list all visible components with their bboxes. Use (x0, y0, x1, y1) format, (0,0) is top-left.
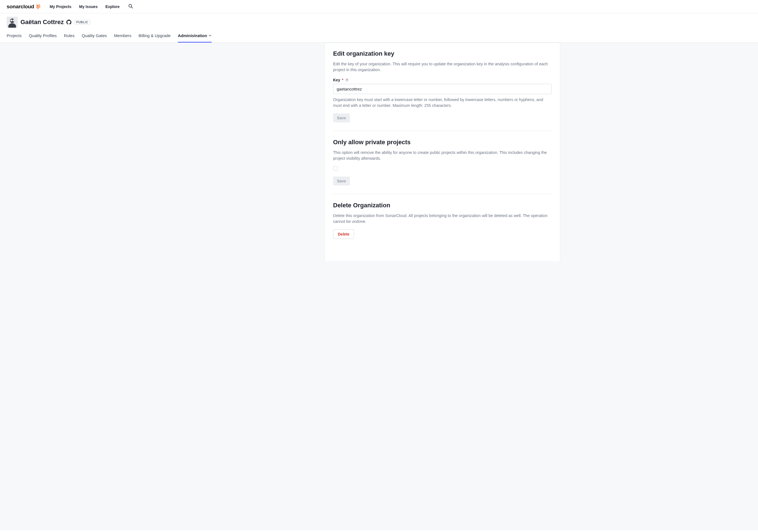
private-title: Only allow private projects (333, 139, 552, 146)
section-private-projects: Only allow private projects This option … (333, 131, 552, 194)
key-input[interactable] (333, 84, 552, 94)
nav-explore[interactable]: Explore (105, 4, 120, 9)
save-key-button[interactable]: Save (333, 114, 350, 122)
settings-panel: Edit organization key Edit the key of yo… (325, 43, 560, 261)
delete-title: Delete Organization (333, 202, 552, 209)
section-edit-key: Edit organization key Edit the key of yo… (333, 43, 552, 131)
search-button[interactable] (127, 3, 134, 11)
search-icon (128, 4, 133, 9)
org-tabs: Projects Quality Profiles Rules Quality … (7, 30, 751, 42)
tab-rules[interactable]: Rules (64, 30, 74, 43)
edit-key-desc: Edit the key of your organization. This … (333, 61, 552, 73)
org-name: Gaëtan Cottrez (20, 18, 64, 26)
svg-point-0 (37, 4, 38, 6)
chevron-down-icon (209, 34, 212, 37)
delete-desc: Delete this organization from SonarCloud… (333, 213, 552, 225)
topnav: My Projects My Issues Explore (50, 3, 134, 11)
key-field-label: Key * ? (333, 78, 552, 82)
topbar: sonarcloud My Projects My Issues Explore (0, 0, 758, 13)
logo[interactable]: sonarcloud (7, 4, 42, 10)
svg-line-2 (131, 7, 132, 8)
visibility-badge: PUBLIC (74, 20, 90, 24)
required-indicator: * (342, 78, 343, 82)
tab-quality-gates[interactable]: Quality Gates (82, 30, 107, 43)
key-hint: Organization key must start with a lower… (333, 97, 552, 109)
content-wrap: Edit organization key Edit the key of yo… (0, 43, 758, 530)
section-delete-org: Delete Organization Delete this organiza… (333, 194, 552, 247)
tab-quality-profiles[interactable]: Quality Profiles (29, 30, 57, 43)
key-label-text: Key (333, 78, 340, 82)
svg-point-6 (11, 20, 13, 21)
tab-billing[interactable]: Billing & Upgrade (139, 30, 171, 43)
svg-point-7 (13, 20, 15, 21)
delete-button[interactable]: Delete (333, 230, 354, 239)
tab-members[interactable]: Members (114, 30, 131, 43)
side-spacer (198, 43, 325, 261)
private-desc: This option will remove the ability for … (333, 150, 552, 161)
avatar (7, 17, 18, 28)
help-icon[interactable]: ? (345, 78, 349, 82)
tab-administration-label: Administration (178, 33, 207, 38)
save-private-button[interactable]: Save (333, 177, 350, 186)
tab-projects[interactable]: Projects (7, 30, 21, 43)
tab-administration[interactable]: Administration (178, 30, 212, 43)
private-checkbox[interactable] (333, 166, 337, 171)
logo-text: sonarcloud (7, 4, 34, 10)
nav-my-issues[interactable]: My Issues (79, 4, 98, 9)
edit-key-title: Edit organization key (333, 50, 552, 57)
nav-my-projects[interactable]: My Projects (50, 4, 71, 9)
org-header: Gaëtan Cottrez PUBLIC (7, 17, 751, 28)
org-bar: Gaëtan Cottrez PUBLIC Projects Quality P… (0, 13, 758, 43)
svg-point-1 (129, 4, 132, 7)
content: Edit organization key Edit the key of yo… (198, 43, 560, 261)
github-icon (66, 20, 71, 25)
sonarcloud-icon (36, 4, 42, 9)
